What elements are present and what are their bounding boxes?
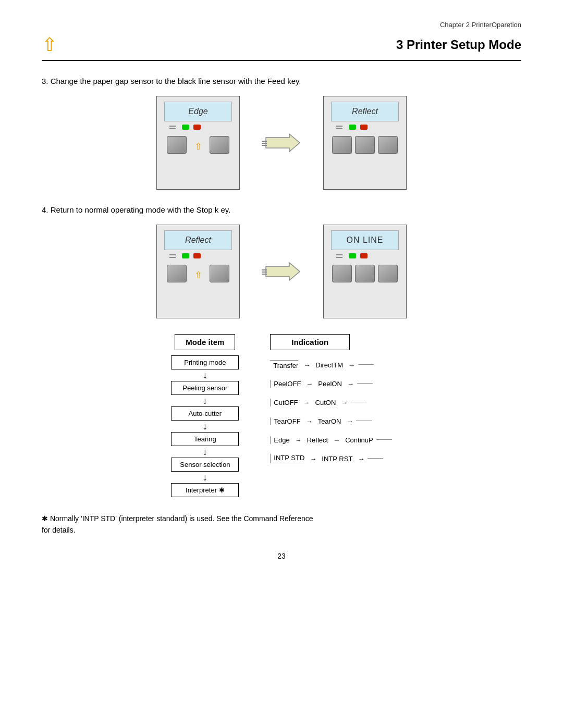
ind-end-line-3 bbox=[351, 402, 366, 403]
printer-left-1: Edge ⇧ bbox=[156, 96, 240, 190]
printer-buttons-3: ⇧ bbox=[167, 265, 229, 282]
ind-arrow-6: → bbox=[310, 455, 316, 463]
step4-text: 4. Return to normal operating mode with … bbox=[42, 205, 521, 214]
printer-btn-1b bbox=[210, 136, 229, 154]
screen-reflect-1: Reflect bbox=[331, 102, 399, 121]
indication-column: Indication Transfer → DirectTM → PeelOFF… bbox=[270, 334, 391, 497]
ind-edge-bracket: Edge bbox=[270, 436, 289, 444]
flow-item-interpreter: Interpreter ✱ bbox=[171, 483, 239, 497]
led-green-2 bbox=[349, 125, 356, 130]
ind-end-line-5 bbox=[376, 439, 392, 441]
leds-left-2 bbox=[164, 253, 232, 258]
ind-end-3: → bbox=[341, 399, 348, 406]
tick-marks-4 bbox=[336, 254, 342, 258]
ind-end-4: → bbox=[346, 417, 353, 425]
transition-arrow-1 bbox=[261, 130, 302, 156]
svg-marker-0 bbox=[266, 134, 300, 152]
leds-left-1 bbox=[164, 125, 232, 130]
screen-reflect-2: Reflect bbox=[164, 230, 232, 250]
printer-btn-2c bbox=[378, 136, 398, 154]
leds-row-3 bbox=[182, 253, 201, 258]
ind-peeloff: PeelOFF bbox=[274, 380, 301, 388]
diagram-row-1: Edge ⇧ bbox=[42, 96, 521, 190]
leds-right-1 bbox=[331, 125, 399, 130]
flow-item-sensor-selection: Sensor selection bbox=[171, 458, 239, 472]
flow-left-items: Printing mode ↓ Peeling sensor ↓ Auto-cu… bbox=[171, 355, 239, 497]
tick-4 bbox=[336, 128, 342, 129]
ind-intp-bracket: INTP STD bbox=[270, 454, 304, 463]
leds-right-2 bbox=[331, 253, 399, 258]
page-title: 3 Printer Setup Mode bbox=[396, 38, 521, 52]
tick-5 bbox=[169, 254, 176, 255]
tick-6 bbox=[169, 257, 176, 258]
ind-end-1: → bbox=[348, 361, 355, 369]
flow-item-peeling-sensor: Peeling sensor bbox=[171, 381, 239, 395]
ind-arrow-4: → bbox=[306, 417, 313, 425]
printer-left-2: Reflect ⇧ bbox=[156, 225, 240, 318]
ind-arrow-5a: → bbox=[295, 436, 302, 444]
ind-row-peel: PeelOFF → PeelON → bbox=[270, 374, 373, 393]
ind-arrow-2: → bbox=[306, 380, 313, 388]
ind-directtm: DirectTM bbox=[315, 361, 343, 369]
page: Chapter 2 PrinterOparetion ⇧ 3 Printer S… bbox=[0, 0, 563, 728]
transition-arrow-2 bbox=[261, 258, 302, 285]
step3-text: 3. Change the paper gap sensor to the bl… bbox=[42, 77, 521, 85]
led-red-1 bbox=[193, 125, 201, 130]
printer-btn-2a bbox=[332, 136, 352, 154]
ind-row-tear: TearOFF → TearON → bbox=[270, 412, 372, 430]
ind-edge: Edge bbox=[274, 436, 289, 444]
led-green-3 bbox=[182, 253, 189, 258]
tick-marks-2 bbox=[336, 126, 342, 129]
printer-btn-up-2: ⇧ bbox=[190, 268, 206, 282]
page-number: 23 bbox=[42, 552, 521, 560]
ind-tearoff: TearOFF bbox=[274, 417, 300, 425]
ind-end-2: → bbox=[347, 380, 354, 388]
ind-cutoff-bracket: CutOFF bbox=[270, 399, 298, 406]
arrow-1 bbox=[261, 130, 302, 156]
printer-buttons-4 bbox=[332, 265, 398, 282]
leds-row-4 bbox=[349, 253, 368, 258]
leds-row-2 bbox=[349, 125, 368, 130]
ind-row-intp: INTP STD → INTP RST → bbox=[270, 449, 383, 468]
ind-intp-std: INTP STD bbox=[274, 454, 304, 462]
printer-btn-up-1: ⇧ bbox=[190, 139, 206, 154]
tick-3 bbox=[336, 126, 342, 127]
flow-down-1: ↓ bbox=[203, 371, 207, 380]
ind-cuton: CutON bbox=[315, 399, 336, 406]
ind-cutoff: CutOFF bbox=[274, 399, 298, 406]
mode-item-column: Mode item Printing mode ↓ Peeling sensor… bbox=[171, 334, 239, 497]
ind-arrow-1: → bbox=[303, 361, 310, 369]
flow-item-printing-mode: Printing mode bbox=[171, 355, 239, 369]
led-red-2 bbox=[360, 125, 368, 130]
printer-btn-4b bbox=[355, 265, 375, 282]
flow-down-3: ↓ bbox=[203, 422, 207, 431]
ind-end-line-2 bbox=[357, 383, 373, 385]
ind-reflect: Reflect bbox=[307, 436, 328, 444]
chapter-label: Chapter 2 PrinterOparetion bbox=[440, 21, 521, 29]
tick-8 bbox=[336, 257, 342, 258]
screen-online: ON LINE bbox=[331, 230, 399, 250]
printer-btn-4a bbox=[332, 265, 352, 282]
ind-tearoff-bracket: TearOFF bbox=[270, 417, 300, 425]
svg-marker-4 bbox=[266, 263, 300, 280]
ind-peelon: PeelON bbox=[318, 380, 342, 388]
flow-item-auto-cutter: Auto-cutter bbox=[171, 406, 239, 421]
ind-row-cut: CutOFF → CutON → bbox=[270, 393, 366, 412]
tick-marks-1 bbox=[169, 126, 176, 129]
printer-btn-4c bbox=[378, 265, 398, 282]
flow-down-5: ↓ bbox=[203, 473, 207, 482]
ind-end-6: → bbox=[358, 455, 364, 463]
printer-btn-3b bbox=[210, 265, 229, 282]
printer-btn-2b bbox=[355, 136, 375, 154]
screen-edge: Edge bbox=[164, 102, 232, 121]
printer-buttons-2 bbox=[332, 136, 398, 154]
ind-end-line-6 bbox=[368, 458, 383, 460]
ind-row-edge: Edge → Reflect → ContinuP bbox=[270, 430, 391, 449]
flow-down-2: ↓ bbox=[203, 396, 207, 405]
ind-row-transfer: Transfer → DirectTM → bbox=[270, 355, 374, 374]
led-red-4 bbox=[360, 253, 368, 258]
tick-2 bbox=[169, 128, 176, 129]
led-red-3 bbox=[193, 253, 201, 258]
flow-down-4: ↓ bbox=[203, 447, 207, 456]
tick-7 bbox=[336, 254, 342, 255]
